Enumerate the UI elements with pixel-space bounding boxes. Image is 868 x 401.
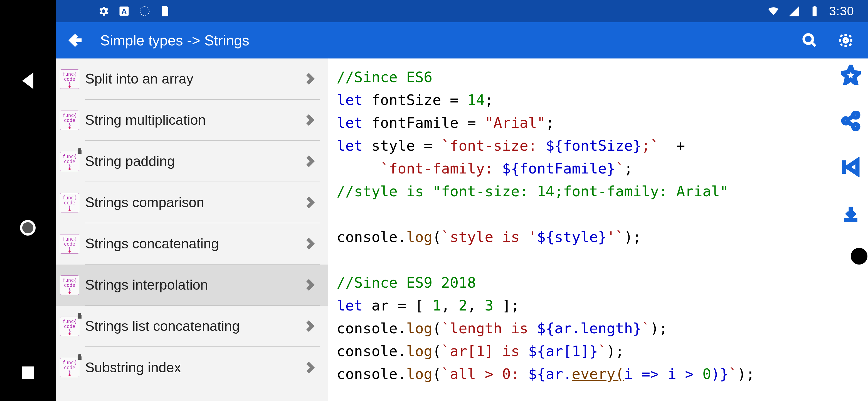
list-item[interactable]: func{code}Split into an array <box>56 58 328 100</box>
settings-button[interactable] <box>835 29 857 52</box>
list-item[interactable]: func{code}String multiplication <box>56 100 328 141</box>
list-item-label: Strings interpolation <box>85 277 303 293</box>
app-bar: Simple types -> Strings <box>56 22 868 58</box>
app-a-status-icon: A <box>118 5 130 17</box>
page-title: Simple types -> Strings <box>100 32 784 49</box>
list-item[interactable]: func{code}Strings comparison <box>56 182 328 223</box>
lock-icon <box>76 148 83 154</box>
topic-list: func{code}Split into an arrayfunc{code}S… <box>56 58 328 401</box>
list-item[interactable]: func{code}Substring index <box>56 347 328 388</box>
cell-signal-icon <box>788 5 800 17</box>
svg-point-4 <box>844 38 848 42</box>
settings-status-icon <box>97 5 110 17</box>
android-nav-bar <box>0 0 56 401</box>
download-button[interactable] <box>840 203 861 224</box>
list-item[interactable]: func{code}Strings concatenating <box>56 223 328 264</box>
loading-status-icon <box>138 5 151 17</box>
nav-home-icon[interactable] <box>20 220 36 236</box>
chevron-right-icon <box>303 154 317 168</box>
rewind-button[interactable] <box>840 156 861 178</box>
list-item-label: Strings list concatenating <box>85 318 303 334</box>
list-item-label: Strings concatenating <box>85 236 303 252</box>
list-item-label: Substring index <box>85 360 303 376</box>
func-code-icon: func{code} <box>59 151 80 172</box>
list-item-label: Split into an array <box>85 71 303 87</box>
chevron-right-icon <box>303 237 317 251</box>
func-code-icon: func{code} <box>59 275 80 296</box>
sd-card-status-icon <box>159 5 172 17</box>
svg-point-5 <box>843 118 848 123</box>
search-button[interactable] <box>799 29 821 52</box>
list-item-label: String multiplication <box>85 112 303 128</box>
nav-back-icon[interactable] <box>22 73 33 89</box>
list-item[interactable]: func{code}Strings list concatenating <box>56 306 328 347</box>
chevron-right-icon <box>303 278 317 292</box>
code-action-bar <box>840 64 861 224</box>
chevron-right-icon <box>303 361 317 375</box>
share-button[interactable] <box>840 110 861 132</box>
wifi-icon <box>767 5 779 17</box>
list-item[interactable]: func{code}Strings interpolation <box>56 264 328 306</box>
list-item-label: String padding <box>85 153 303 169</box>
svg-point-3 <box>804 34 813 44</box>
code-text: //Since ES6 <box>337 69 432 85</box>
status-bar: A 3:30 <box>56 0 868 22</box>
nav-recent-icon[interactable] <box>22 367 34 379</box>
func-code-icon: func{code} <box>59 316 80 337</box>
func-code-icon: func{code} <box>59 68 80 90</box>
list-item-label: Strings comparison <box>85 194 303 210</box>
back-button[interactable] <box>64 29 86 52</box>
lock-icon <box>76 354 83 360</box>
favorite-button[interactable] <box>840 64 861 85</box>
chevron-right-icon <box>303 72 317 86</box>
func-code-icon: func{code} <box>59 192 80 213</box>
list-item[interactable]: func{code}String padding <box>56 141 328 182</box>
code-panel: //Since ES6 let fontSize = 14; let fontF… <box>328 58 868 401</box>
battery-icon <box>808 5 821 17</box>
svg-point-2 <box>140 7 149 16</box>
lock-icon <box>76 312 83 319</box>
chevron-right-icon <box>303 113 317 127</box>
scroll-indicator[interactable] <box>851 248 867 264</box>
chevron-right-icon <box>303 319 317 333</box>
status-clock: 3:30 <box>829 4 854 18</box>
func-code-icon: func{code} <box>59 110 80 131</box>
func-code-icon: func{code} <box>59 357 80 378</box>
chevron-right-icon <box>303 196 317 209</box>
func-code-icon: func{code} <box>59 233 80 255</box>
code-block: //Since ES6 let fontSize = 14; let fontF… <box>328 58 868 385</box>
svg-text:A: A <box>122 7 127 15</box>
